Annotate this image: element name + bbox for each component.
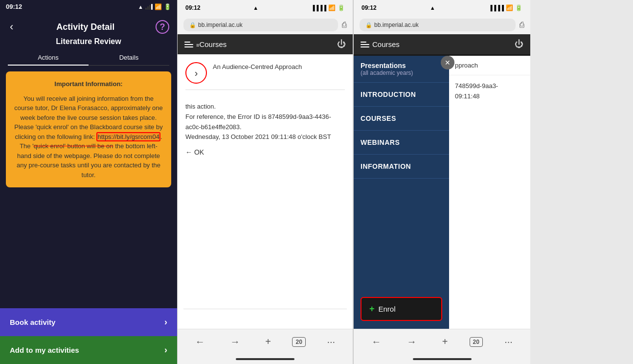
- status-icons-1: ▲ 📶 🔋: [138, 3, 171, 10]
- error-headline: An Audience-Centred Approach: [213, 62, 345, 72]
- wifi-icon-3: 📶: [506, 4, 513, 11]
- tab-actions[interactable]: Actions: [8, 50, 89, 65]
- circle-arrow-button[interactable]: ›: [185, 62, 207, 84]
- hamburger-line-1: [184, 42, 190, 43]
- page-title: Activity Detail: [15, 22, 156, 32]
- status-bar-2: 09:12 ▲ ▐▐▐▐ 📶 🔋: [178, 0, 353, 16]
- content-line-1: 748599d-9aa3-: [455, 81, 524, 91]
- enrol-button[interactable]: + Enrol: [361, 297, 442, 321]
- action-buttons: Book activity › Add to my activities ›: [0, 308, 177, 364]
- bottom-space-2: [178, 309, 353, 329]
- signal-icon-2: ▐▐▐▐: [311, 5, 326, 11]
- share-button-3[interactable]: ⎙: [520, 21, 524, 29]
- webpage-3: Courses ⏻ pproach 748599d-9aa3- 09:11:48…: [354, 34, 530, 329]
- info-text: You will receive all joining information…: [14, 94, 163, 180]
- error-text-block: An Audience-Centred Approach: [213, 62, 345, 72]
- nav-back-button-3[interactable]: ←: [367, 332, 385, 351]
- nav-dots-button-2[interactable]: ···: [323, 332, 339, 351]
- page-title-2: ≡Courses: [196, 40, 226, 48]
- hamburger-icon-2[interactable]: [184, 42, 193, 47]
- book-arrow-icon: ›: [164, 317, 167, 327]
- error-id: For reference, the Error ID is 8748599d-…: [185, 112, 345, 133]
- enrol-label: Enrol: [379, 305, 396, 313]
- share-button-2[interactable]: ⎙: [342, 21, 347, 29]
- nav-dots-button-3[interactable]: ···: [500, 332, 517, 351]
- ok-button[interactable]: ← OK: [185, 148, 345, 156]
- url-text-2: bb.imperial.ac.uk: [198, 22, 243, 28]
- hamburger-icon-3[interactable]: [361, 42, 369, 47]
- error-timestamp: Wednesday, 13 October 2021 09:11:48 o'cl…: [185, 132, 345, 142]
- url-bar-3[interactable]: 🔒 bb.imperial.ac.uk: [360, 19, 516, 31]
- browser-nav-2: ← → + 20 ···: [178, 329, 353, 354]
- tab-count-2[interactable]: 20: [292, 337, 305, 347]
- url-bar-2[interactable]: 🔒 bb.imperial.ac.uk: [183, 19, 338, 31]
- nav-plus-button-2[interactable]: +: [261, 332, 275, 351]
- page-header-title-3: Courses: [361, 40, 400, 48]
- add-to-activities-button[interactable]: Add to my activities ›: [0, 336, 177, 364]
- activity-header: ‹ Activity Detail ? Literature Review Ac…: [0, 15, 177, 66]
- location-icon: ▲: [138, 4, 143, 10]
- nav-row: ‹ Activity Detail ?: [8, 19, 169, 35]
- menu-item-information[interactable]: INFORMATION: [354, 155, 449, 179]
- nav-forward-button-3[interactable]: →: [403, 332, 420, 351]
- power-button-3[interactable]: ⏻: [515, 39, 523, 49]
- status-bar-3: 09:12 ▲ ▐▐▐▐ 📶 🔋: [354, 0, 530, 16]
- wifi-icon-1: 📶: [155, 3, 162, 10]
- back-button[interactable]: ‹: [8, 19, 15, 35]
- menu-close-button[interactable]: ✕: [441, 56, 454, 69]
- activity-subtitle: Literature Review: [56, 37, 121, 46]
- content-line-2: 09:11:48: [455, 91, 524, 102]
- nav-plus-button-3[interactable]: +: [438, 332, 452, 351]
- nav-back-button-2[interactable]: ←: [191, 332, 209, 351]
- tab-count-3[interactable]: 20: [470, 337, 483, 347]
- strikethrough-text: quick enrol' button will be on: [34, 142, 113, 150]
- browser-bar-2: 🔒 bb.imperial.ac.uk ⎙: [178, 16, 353, 34]
- menu-items: INTRODUCTION COURSES WEBINARS INFORMATIO…: [354, 83, 449, 329]
- menu-spacer: [354, 179, 449, 289]
- location-icon-3: ▲: [430, 5, 435, 11]
- home-indicator-3: [413, 358, 472, 360]
- tab-details[interactable]: Details: [89, 50, 169, 65]
- h-line-1: [361, 42, 366, 43]
- battery-icon-3: 🔋: [515, 4, 522, 11]
- browser-bar-3: 🔒 bb.imperial.ac.uk ⎙: [354, 16, 530, 34]
- page-header-3: Courses ⏻: [354, 34, 530, 54]
- menu-item-webinars[interactable]: WEBINARS: [354, 131, 449, 155]
- webpage-2: ≡Courses ⏻ › An Audience-Centred Approac…: [178, 34, 353, 329]
- info-box: Important Information: You will receive …: [6, 71, 171, 187]
- error-section: › An Audience-Centred Approach: [178, 54, 353, 102]
- lock-icon-2: 🔒: [189, 22, 196, 28]
- panel-activity-detail: 09:12 ▲ 📶 🔋 ‹ Activity Detail ? Literatu…: [0, 0, 177, 364]
- add-arrow-icon: ›: [164, 345, 167, 355]
- battery-icon-1: 🔋: [164, 3, 171, 10]
- presentations-subtitle: (all academic years): [361, 69, 442, 76]
- link-highlight: https://bit.ly/gsrcom04: [96, 132, 160, 141]
- hamburger-line-2: [184, 44, 193, 45]
- content-text: 748599d-9aa3- 09:11:48: [449, 75, 530, 108]
- error-body-1: this action.: [185, 102, 345, 112]
- panel-browser-error: 09:12 ▲ ▐▐▐▐ 📶 🔋 🔒 bb.imperial.ac.uk ⎙ ≡…: [177, 0, 353, 364]
- url-text-3: bb.imperial.ac.uk: [374, 22, 419, 28]
- menu-item-introduction[interactable]: INTRODUCTION: [354, 83, 449, 107]
- status-icons-3: ▐▐▐▐ 📶 🔋: [489, 4, 522, 11]
- presentations-box: Presentations (all academic years): [354, 56, 449, 83]
- status-time-3: 09:12: [362, 4, 377, 11]
- home-bar-3: [354, 354, 530, 364]
- signal-icon-3: ▐▐▐▐: [489, 5, 504, 11]
- error-details: this action. For reference, the Error ID…: [178, 102, 353, 142]
- power-button-2[interactable]: ⏻: [337, 39, 346, 49]
- status-time-1: 09:12: [6, 3, 22, 10]
- help-button[interactable]: ?: [156, 20, 169, 34]
- error-row: › An Audience-Centred Approach: [185, 62, 345, 84]
- status-icons-2: ▐▐▐▐ 📶 🔋: [311, 4, 345, 11]
- lock-icon-3: 🔒: [365, 22, 372, 28]
- activity-content: Important Information: You will receive …: [0, 66, 177, 308]
- h-line-2: [361, 44, 369, 45]
- page-header-2: ≡Courses ⏻: [178, 34, 353, 54]
- signal-bars-1: [145, 4, 153, 10]
- slide-out-menu: Presentations (all academic years) INTRO…: [354, 56, 449, 329]
- menu-item-courses[interactable]: COURSES: [354, 107, 449, 131]
- book-activity-button[interactable]: Book activity ›: [0, 308, 177, 336]
- nav-forward-button-2[interactable]: →: [226, 332, 244, 351]
- battery-icon-2: 🔋: [338, 4, 345, 11]
